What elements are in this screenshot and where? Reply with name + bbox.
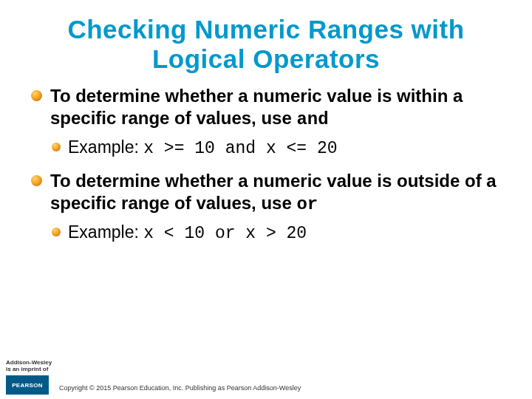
bullet-keyword: and [296,109,328,129]
bullet-item: To determine whether a numeric value is … [30,170,502,245]
bullet-keyword: or [296,194,318,214]
example-label: Example: [68,222,143,242]
slide: Checking Numeric Ranges with Logical Ope… [0,0,532,399]
copyright-text: Copyright © 2015 Pearson Education, Inc.… [59,384,301,392]
imprint-line2: is an imprint of [6,366,48,372]
sub-bullet-list: Example: x >= 10 and x <= 20 [50,137,502,160]
bullet-item: To determine whether a numeric value is … [30,85,502,160]
example-label: Example: [68,137,143,157]
pearson-logo-text: PEARSON [12,382,43,389]
sub-bullet-item: Example: x >= 10 and x <= 20 [50,137,502,160]
imprint-text: Addison-Wesley is an imprint of [6,360,52,372]
sub-bullet-list: Example: x < 10 or x > 20 [50,222,502,245]
bullet-lead-text: To determine whether a numeric value is … [50,86,463,128]
sub-bullet-item: Example: x < 10 or x > 20 [50,222,502,245]
example-code: x >= 10 and x <= 20 [143,139,337,158]
bullet-list: To determine whether a numeric value is … [30,85,502,246]
footer: Addison-Wesley is an imprint of PEARSON … [0,355,532,399]
bullet-lead-text: To determine whether a numeric value is … [50,171,497,213]
example-code: x < 10 or x > 20 [143,224,307,243]
slide-title: Checking Numeric Ranges with Logical Ope… [30,15,502,75]
pearson-logo: PEARSON [6,375,49,395]
